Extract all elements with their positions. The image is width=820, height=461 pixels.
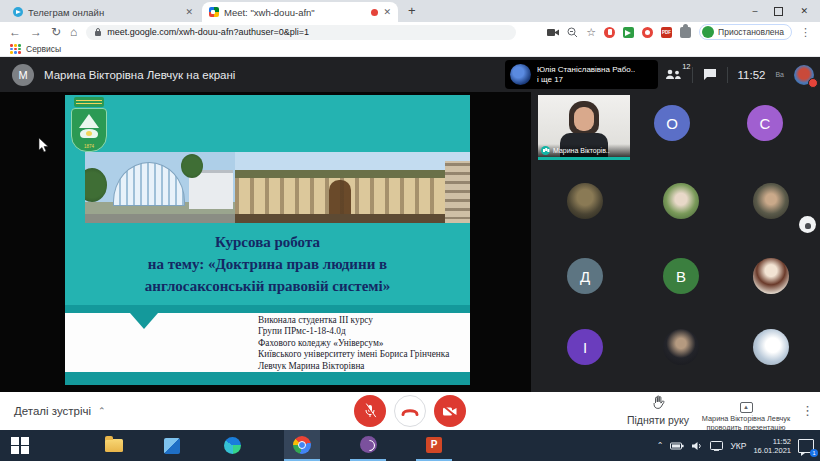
presenter-video-tile[interactable]: Марина Вікторів..	[538, 95, 630, 157]
mic-mute-button[interactable]	[354, 395, 386, 427]
slide-photo-yellow-building	[235, 152, 445, 223]
presentation-slide: 1874 Курсова робота на тему: «Доктрина п…	[65, 95, 470, 385]
edge-button[interactable]	[214, 430, 250, 461]
bookmark-services[interactable]: Сервисы	[26, 44, 61, 54]
language-indicator[interactable]: УКР	[730, 441, 746, 451]
camera-in-use-icon[interactable]	[547, 28, 559, 37]
university-logo: 1874	[71, 97, 107, 157]
account-avatar[interactable]	[794, 65, 814, 85]
tray-expand-icon[interactable]: ⌃	[657, 441, 664, 450]
account-short-label: Ва	[775, 71, 784, 78]
slide-photo-tall-building	[445, 152, 470, 223]
participant-photo-avatar[interactable]	[753, 258, 789, 294]
back-icon[interactable]: ←	[9, 26, 21, 38]
pdf-extension-icon[interactable]: PDF	[661, 27, 672, 38]
extensions-puzzle-icon[interactable]	[680, 27, 691, 38]
forward-icon[interactable]: →	[30, 26, 42, 38]
toast-text: Юлія Станіславівна Рабо.. і ще 17	[537, 65, 635, 85]
bookmark-star-icon[interactable]: ☆	[586, 26, 596, 39]
video-off-icon	[442, 405, 458, 418]
meeting-details-button[interactable]: Деталі зустрічі ⌃	[14, 405, 106, 417]
tab-close-icon[interactable]: ✕	[383, 7, 391, 17]
viber-icon	[360, 436, 377, 453]
phone-hangup-icon	[401, 407, 419, 416]
participant-avatar-c[interactable]: C	[747, 105, 783, 141]
telegram-icon	[13, 7, 23, 17]
folder-icon	[105, 439, 123, 452]
profile-pill[interactable]: Приостановлена	[699, 24, 792, 40]
participant-photo-avatar[interactable]	[753, 329, 789, 365]
minimize-button[interactable]: –	[752, 6, 757, 16]
browser-tab-meet[interactable]: Meet: "xwh-douu-afn" ✕	[202, 2, 398, 22]
browser-menu-icon[interactable]: ⋮	[800, 26, 811, 39]
green-extension-icon[interactable]	[623, 27, 634, 38]
profile-status-label: Приостановлена	[718, 27, 784, 37]
participant-avatar-v[interactable]: В	[663, 258, 699, 294]
more-options-icon[interactable]: ⋮	[801, 403, 814, 418]
home-icon[interactable]: ⌂	[70, 26, 77, 38]
browser-tab-telegram[interactable]: Телеграм онлайн ✕	[6, 2, 200, 22]
tab-close-icon[interactable]: ✕	[185, 7, 193, 17]
participants-count: 12	[682, 62, 690, 71]
tab-title: Телеграм онлайн	[28, 7, 180, 18]
participant-photo-avatar[interactable]	[753, 183, 789, 219]
participant-photo-avatar[interactable]	[567, 183, 603, 219]
mic-off-icon	[363, 403, 377, 419]
join-toast[interactable]: Юлія Станіславівна Рабо.. і ще 17	[505, 60, 658, 89]
participant-avatar-o[interactable]: O	[654, 105, 690, 141]
close-button[interactable]: ✕	[800, 6, 808, 16]
chrome-button[interactable]	[284, 430, 320, 461]
raise-hand-button[interactable]: Підняти руку	[622, 395, 694, 426]
desktop-screen: Телеграм онлайн ✕ Meet: "xwh-douu-afn" ✕…	[0, 0, 820, 461]
meet-clock: 11:52	[738, 69, 766, 81]
lock-icon	[94, 27, 102, 37]
reload-icon[interactable]: ↻	[51, 26, 61, 38]
chat-icon[interactable]	[703, 68, 717, 81]
restore-button[interactable]	[774, 7, 783, 16]
participant-photo-avatar[interactable]	[663, 329, 699, 365]
toast-avatar	[510, 64, 531, 85]
meet-icon	[209, 7, 219, 17]
adblock-extension-icon[interactable]	[604, 27, 615, 38]
apps-grid-icon[interactable]	[10, 44, 21, 54]
powerpoint-icon: P	[426, 437, 442, 453]
battery-icon[interactable]	[670, 442, 684, 450]
powerpoint-button[interactable]: P	[416, 430, 452, 461]
participants-icon[interactable]: 12	[665, 66, 682, 84]
camera-off-button[interactable]	[434, 395, 466, 427]
toolbar-right: ☆ PDF Приостановлена ⋮	[547, 24, 811, 40]
campus-photo-strip	[85, 152, 470, 223]
slide-bottom-band	[65, 372, 470, 385]
presenting-status[interactable]: ▲ Марина Вікторівна Левчук проводить пре…	[700, 395, 792, 432]
notification-count-badge: 1	[810, 449, 818, 457]
new-tab-button[interactable]: +	[408, 3, 416, 18]
red-ring-extension-icon[interactable]	[642, 27, 653, 38]
end-call-button[interactable]	[394, 395, 426, 427]
windows-logo-icon	[11, 437, 29, 455]
photos-app-button[interactable]	[154, 430, 190, 461]
zoom-out-icon[interactable]	[567, 27, 578, 38]
participant-avatar-i[interactable]: І	[567, 329, 603, 365]
participant-photo-avatar[interactable]	[663, 183, 699, 219]
slide-divider-band	[65, 305, 470, 313]
speaker-icon[interactable]	[691, 441, 703, 451]
window-controls: – ✕	[740, 0, 820, 22]
address-bar[interactable]: meet.google.com/xwh-douu-afn?authuser=0&…	[86, 25, 516, 40]
meet-footer: Деталі зустрічі ⌃	[0, 392, 820, 430]
chrome-icon	[293, 436, 311, 454]
network-icon[interactable]	[710, 441, 723, 451]
participant-avatar-d[interactable]: Д	[567, 258, 603, 294]
file-explorer-button[interactable]	[96, 430, 132, 461]
windows-taskbar: P ⌃ УКР 11:52 16.01.2021 1	[0, 430, 820, 461]
browser-tab-strip: Телеграм онлайн ✕ Meet: "xwh-douu-afn" ✕…	[0, 0, 820, 22]
photos-icon	[164, 438, 180, 454]
action-center-icon[interactable]: 1	[798, 439, 814, 453]
browser-toolbar: ← → ↻ ⌂ meet.google.com/xwh-douu-afn?aut…	[0, 22, 820, 42]
slide-credits-text: Виконала студентка ІІІ курсу Групи ПРмс-…	[258, 315, 449, 372]
start-button[interactable]	[2, 430, 38, 461]
floating-person-button[interactable]	[799, 216, 816, 233]
viber-button[interactable]	[350, 430, 386, 461]
mouse-cursor	[38, 138, 50, 154]
taskbar-clock[interactable]: 11:52 16.01.2021	[753, 437, 791, 455]
tab-title: Meet: "xwh-douu-afn"	[224, 7, 366, 18]
